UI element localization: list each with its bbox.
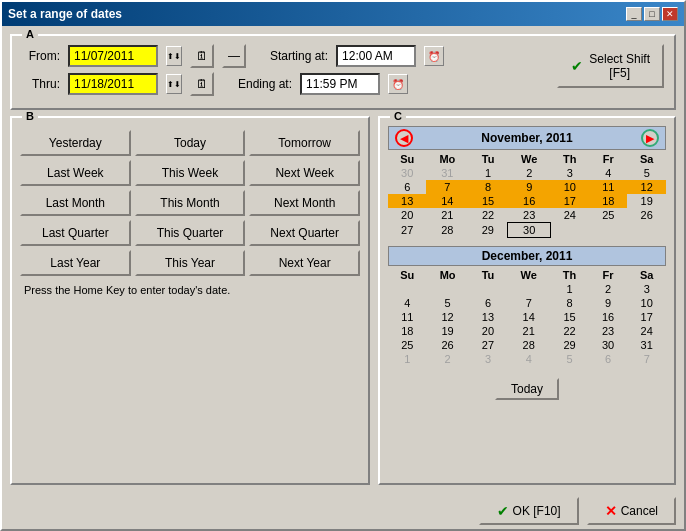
select-shift-button[interactable]: ✔ Select Shift[F5]	[557, 44, 664, 88]
table-row[interactable]: 6	[388, 180, 426, 194]
tomorrow-button[interactable]: Tomorrow	[249, 130, 360, 156]
table-row[interactable]: 29	[468, 223, 508, 238]
table-row[interactable]: 7	[507, 296, 550, 310]
table-row[interactable]: 24	[627, 324, 666, 338]
table-row[interactable]: 26	[627, 208, 666, 223]
table-row[interactable]: 9	[589, 296, 628, 310]
table-row[interactable]: 14	[426, 194, 468, 208]
next-month-button[interactable]: Next Month	[249, 190, 360, 216]
table-row[interactable]: 8	[550, 296, 589, 310]
table-row[interactable]: 5	[627, 166, 666, 180]
table-row[interactable]: 21	[426, 208, 468, 223]
table-row[interactable]: 29	[550, 338, 589, 352]
today-cell[interactable]: 30	[508, 223, 551, 238]
table-row[interactable]: 20	[469, 324, 508, 338]
table-row[interactable]: 4	[388, 296, 427, 310]
thru-calendar-icon[interactable]: 🗓	[190, 72, 214, 96]
restore-button[interactable]: □	[644, 7, 660, 21]
table-row[interactable]: 31	[426, 166, 468, 180]
table-row[interactable]: 30	[388, 166, 426, 180]
table-row[interactable]: 1	[550, 282, 589, 296]
table-row[interactable]: 17	[627, 310, 666, 324]
table-row[interactable]: 11	[589, 180, 627, 194]
this-year-button[interactable]: This Year	[135, 250, 246, 276]
table-row[interactable]: 13	[388, 194, 426, 208]
table-row[interactable]: 22	[550, 324, 589, 338]
table-row[interactable]: 2	[589, 282, 628, 296]
table-row[interactable]: 23	[508, 208, 551, 223]
next-week-button[interactable]: Next Week	[249, 160, 360, 186]
ending-time-icon[interactable]: ⏰	[388, 74, 408, 94]
ending-time-input[interactable]	[300, 73, 380, 95]
this-month-button[interactable]: This Month	[135, 190, 246, 216]
table-row[interactable]: 25	[388, 338, 427, 352]
prev-month-button[interactable]: ◀	[395, 129, 413, 147]
table-row[interactable]: 27	[388, 223, 426, 238]
ok-button[interactable]: ✔ OK [F10]	[479, 497, 579, 525]
from-calendar-icon[interactable]: 🗓	[190, 44, 214, 68]
table-row[interactable]: 21	[507, 324, 550, 338]
table-row[interactable]: 15	[468, 194, 508, 208]
table-row[interactable]: 24	[551, 208, 589, 223]
next-year-button[interactable]: Next Year	[249, 250, 360, 276]
table-row[interactable]: 2	[427, 352, 469, 366]
table-row[interactable]: 4	[589, 166, 627, 180]
last-month-button[interactable]: Last Month	[20, 190, 131, 216]
thru-date-spinner[interactable]: ⬆⬇	[166, 74, 182, 94]
last-quarter-button[interactable]: Last Quarter	[20, 220, 131, 246]
table-row[interactable]: 27	[469, 338, 508, 352]
table-row[interactable]: 16	[508, 194, 551, 208]
thru-date-input[interactable]	[68, 73, 158, 95]
this-quarter-button[interactable]: This Quarter	[135, 220, 246, 246]
from-date-spinner[interactable]: ⬆⬇	[166, 46, 182, 66]
table-row[interactable]: 17	[551, 194, 589, 208]
last-year-button[interactable]: Last Year	[20, 250, 131, 276]
last-week-button[interactable]: Last Week	[20, 160, 131, 186]
table-row[interactable]: 30	[589, 338, 628, 352]
minimize-button[interactable]: _	[626, 7, 642, 21]
table-row[interactable]: 20	[388, 208, 426, 223]
table-row[interactable]: 7	[426, 180, 468, 194]
yesterday-button[interactable]: Yesterday	[20, 130, 131, 156]
table-row[interactable]: 26	[427, 338, 469, 352]
table-row[interactable]: 19	[427, 324, 469, 338]
table-row[interactable]: 3	[551, 166, 589, 180]
table-row[interactable]: 4	[507, 352, 550, 366]
table-row[interactable]: 3	[469, 352, 508, 366]
table-row[interactable]: 13	[469, 310, 508, 324]
table-row[interactable]: 6	[469, 296, 508, 310]
from-dash-icon[interactable]: —	[222, 44, 246, 68]
table-row[interactable]: 18	[388, 324, 427, 338]
table-row[interactable]: 9	[508, 180, 551, 194]
table-row[interactable]: 5	[550, 352, 589, 366]
table-row[interactable]: 3	[627, 282, 666, 296]
table-row[interactable]: 1	[388, 352, 427, 366]
this-week-button[interactable]: This Week	[135, 160, 246, 186]
table-row[interactable]: 10	[551, 180, 589, 194]
today-button[interactable]: Today	[135, 130, 246, 156]
next-month-button[interactable]: ▶	[641, 129, 659, 147]
table-row[interactable]: 11	[388, 310, 427, 324]
table-row[interactable]: 28	[426, 223, 468, 238]
table-row[interactable]: 12	[427, 310, 469, 324]
table-row[interactable]: 16	[589, 310, 628, 324]
table-row[interactable]: 5	[427, 296, 469, 310]
table-row[interactable]: 19	[627, 194, 666, 208]
table-row[interactable]: 23	[589, 324, 628, 338]
table-row[interactable]: 25	[589, 208, 627, 223]
table-row[interactable]: 10	[627, 296, 666, 310]
table-row[interactable]: 12	[627, 180, 666, 194]
starting-time-icon[interactable]: ⏰	[424, 46, 444, 66]
table-row[interactable]: 14	[507, 310, 550, 324]
table-row[interactable]: 22	[468, 208, 508, 223]
table-row[interactable]: 31	[627, 338, 666, 352]
table-row[interactable]: 28	[507, 338, 550, 352]
table-row[interactable]: 8	[468, 180, 508, 194]
from-date-input[interactable]	[68, 45, 158, 67]
cancel-button[interactable]: ✕ Cancel	[587, 497, 676, 525]
table-row[interactable]: 6	[589, 352, 628, 366]
starting-time-input[interactable]	[336, 45, 416, 67]
next-quarter-button[interactable]: Next Quarter	[249, 220, 360, 246]
table-row[interactable]: 7	[627, 352, 666, 366]
table-row[interactable]: 18	[589, 194, 627, 208]
